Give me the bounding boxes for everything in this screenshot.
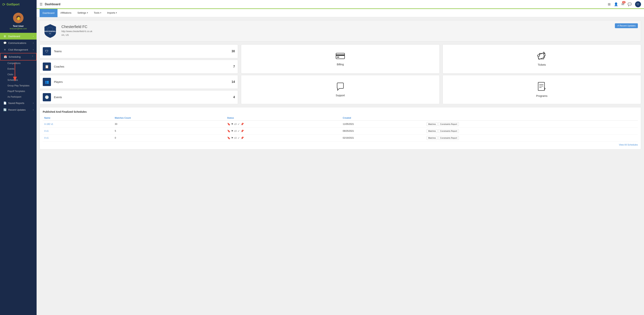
recent-updates-arrow-icon: › [33, 108, 34, 111]
user-icon[interactable]: 👤 [614, 2, 618, 6]
billing-card[interactable]: Billing [241, 44, 440, 74]
support-icon [336, 82, 345, 92]
sidebar-item-scheduling[interactable]: 📅 Scheduling ˅ [0, 53, 36, 60]
schedule-name: A v1 [43, 128, 113, 134]
header-right-icons: ⊞ 👤 ✉ 25 💬 🛡 [608, 1, 641, 7]
sidebar-item-label: Recent Updates [8, 108, 33, 111]
matches-button[interactable]: Matches [426, 129, 438, 133]
sidebar-item-label: Club Management [8, 48, 33, 51]
view-all-link[interactable]: View All Schedules [619, 144, 638, 146]
schedule-name-link[interactable]: A v1 [44, 130, 48, 132]
schedule-created: 11/05/2021 [341, 120, 425, 128]
sidebar-item-dashboard[interactable]: ⊞ Dashboard › [0, 33, 36, 40]
saved-reports-arrow-icon: › [33, 102, 34, 104]
club-logo: CHESTERFIELD FC [43, 23, 58, 38]
avatar: 🧑 [13, 13, 24, 23]
players-value: 14 [232, 80, 235, 84]
svg-rect-8 [538, 82, 544, 90]
players-label: Players [54, 80, 232, 84]
sub-nav: Dashboard Affiliations Settings ▾ Tools … [36, 9, 644, 17]
col-matches: Matches Count [113, 116, 226, 120]
main-layout: 🧑 Test User testuser@test.com ⊞ Dashboar… [0, 9, 644, 315]
sidebar-sub-group-play[interactable]: Group Play Templates [0, 83, 36, 88]
tab-imports[interactable]: Imports ▾ [104, 9, 120, 17]
tickets-icon [537, 52, 546, 62]
bookmark-icon: 🔖 [227, 130, 230, 132]
events-icon: 🕐 [43, 93, 51, 101]
club-website: http://www.chesterfield-fc.co.uk [62, 30, 92, 33]
constraints-report-button[interactable]: Constraints Report [438, 136, 459, 140]
billing-icon [336, 52, 345, 62]
top-header: ☰ Dashboard ⊞ 👤 ✉ 25 💬 🛡 [36, 0, 644, 9]
user-email[interactable]: testuser@test.com [3, 28, 34, 30]
flag-icon: ⚑ [231, 130, 234, 132]
tab-settings[interactable]: Settings ▾ [74, 9, 91, 17]
schedule-name-link[interactable]: A v1 [44, 136, 48, 139]
sidebar-sub-playoff[interactable]: Playoff Templates [0, 88, 36, 94]
col-actions [425, 116, 638, 120]
sidebar-item-label: Scheduling [8, 56, 32, 58]
sidebar-item-communications[interactable]: 💬 Communications › [0, 40, 36, 46]
sidebar-sub-as-participant[interactable]: As Participant [0, 94, 36, 100]
quick-links-col1: Billing Support [241, 44, 440, 104]
schedule-matches-count: 5 [113, 128, 226, 134]
check-icon: ✓ [238, 122, 240, 126]
matches-button[interactable]: Matches [426, 136, 438, 140]
matches-button[interactable]: Matches [426, 122, 438, 126]
stat-events[interactable]: 🕐 Events 4 [40, 90, 238, 104]
communications-icon: 💬 [3, 42, 7, 44]
hamburger-button[interactable]: ☰ [40, 2, 42, 6]
profile-shield-icon[interactable]: 🛡 [635, 1, 641, 7]
bookmark-icon: 🔖 [227, 122, 230, 126]
tab-dashboard[interactable]: Dashboard [40, 9, 58, 17]
tickets-card[interactable]: Tickets [442, 44, 641, 74]
tag-icon: 🏷 [234, 130, 237, 132]
grid-icon[interactable]: ⊞ [608, 2, 610, 6]
teams-label: Teams [54, 50, 232, 53]
mail-icon[interactable]: ✉ 25 [622, 2, 624, 6]
stat-players[interactable]: 👥 Players 14 [40, 75, 238, 89]
schedule-name: A v1 [43, 134, 113, 142]
pin-icon: 📌 [240, 122, 244, 126]
support-card[interactable]: Support [241, 75, 440, 104]
sidebar-item-label: Dashboard [8, 35, 33, 38]
club-management-icon: ≡ [3, 48, 7, 51]
constraints-report-button[interactable]: Constraints Report [438, 122, 459, 126]
schedule-created: 09/25/2021 [341, 128, 425, 134]
svg-text:CHESTERFIELD: CHESTERFIELD [43, 30, 57, 32]
schedules-section: Published And Finalized Schedules Name M… [40, 107, 641, 150]
recent-updates-button[interactable]: ↺ Recent Updates [615, 23, 638, 28]
check-icon: ✓ [238, 130, 240, 132]
programs-card[interactable]: Programs [442, 75, 641, 104]
sidebar-sub-competitions[interactable]: Competitions [0, 60, 36, 66]
club-header: CHESTERFIELD FC Chesterfield FC http://w… [40, 20, 641, 42]
players-icon: 👥 [43, 78, 51, 86]
saved-reports-icon: 📄 [3, 102, 7, 104]
chat-icon[interactable]: 💬 [628, 2, 632, 6]
stats-column: 🛡 Teams 30 📋 Coaches 7 👥 Players 14 [40, 44, 238, 104]
scheduling-icon: 📅 [3, 55, 7, 58]
club-name: Chesterfield FC [62, 25, 92, 29]
stat-teams[interactable]: 🛡 Teams 30 [40, 44, 238, 58]
tab-tools[interactable]: Tools ▾ [91, 9, 104, 17]
sidebar-item-club-management[interactable]: ≡ Club Management › [0, 46, 36, 53]
constraints-report-button[interactable]: Constraints Report [438, 129, 459, 133]
club-location: AA, US [62, 34, 92, 37]
tag-icon: 🏷 [234, 136, 237, 140]
check-icon: ✓ [238, 136, 240, 140]
stat-coaches[interactable]: 📋 Coaches 7 [40, 60, 238, 74]
sidebar-sub-schedules[interactable]: Schedules [0, 77, 36, 83]
quick-links-col2: Tickets Programs [442, 44, 641, 104]
schedule-status: 🔖 ⚑ 🏷 ✓ 📌 [226, 128, 341, 134]
tab-affiliations[interactable]: Affiliations [58, 9, 74, 17]
pin-icon: 📌 [240, 136, 244, 140]
sidebar-sub-events[interactable]: Events [0, 66, 36, 72]
sidebar-item-saved-reports[interactable]: 📄 Saved Reports › [0, 100, 36, 106]
coaches-icon: 📋 [43, 62, 51, 71]
sidebar-sub-clubs[interactable]: Clubs [0, 72, 36, 77]
schedule-actions: MatchesConstraints Report [425, 128, 638, 134]
schedule-status: 🔖 ⚑ 🏷 ✓ 📌 [226, 120, 341, 128]
schedule-name-link[interactable]: A-182 v1 [44, 123, 53, 126]
sidebar-item-recent-updates[interactable]: 🔄 Recent Updates › [0, 106, 36, 113]
content-area: Dashboard Affiliations Settings ▾ Tools … [36, 9, 644, 315]
